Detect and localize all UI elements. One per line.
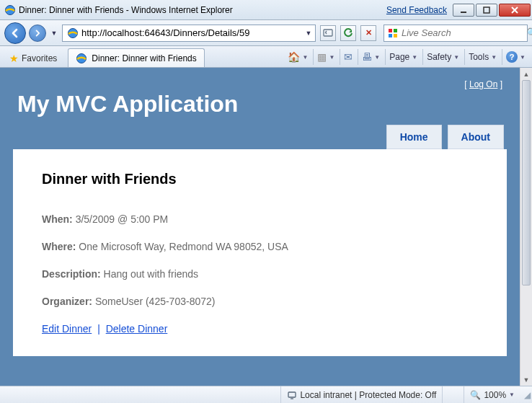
window-title: Dinner: Dinner with Friends - Windows In… (19, 5, 233, 15)
dinner-where: Where: One Microsoft Way, Redmond WA 980… (42, 241, 478, 252)
dinner-actions: Edit Dinner | Delete Dinner (42, 323, 478, 335)
compat-view-button[interactable] (320, 25, 336, 41)
live-search-icon (387, 27, 399, 39)
tab-command-bar: ★ Favorites Dinner: Dinner with Friends … (0, 46, 532, 68)
viewport: [ Log On ] My MVC Application Home About… (0, 68, 532, 386)
zone-cell[interactable]: Local intranet | Protected Mode: Off (280, 386, 442, 403)
svg-rect-6 (324, 30, 332, 36)
dinner-heading: Dinner with Friends (42, 171, 478, 187)
maximize-button[interactable] (476, 4, 497, 17)
send-feedback-link[interactable]: Send Feedback (386, 5, 447, 15)
dinner-when: When: 3/5/2009 @ 5:00 PM (42, 213, 478, 225)
address-bar[interactable]: ▼ (62, 25, 316, 42)
svg-rect-9 (389, 34, 392, 37)
page-menu[interactable]: Page▼ (385, 49, 421, 65)
home-icon: 🏠 (288, 51, 300, 63)
tab-title: Dinner: Dinner with Friends (92, 53, 196, 63)
print-icon: 🖶 (362, 51, 372, 63)
svg-rect-12 (288, 392, 296, 397)
zone-text: Local intranet | Protected Mode: Off (300, 390, 436, 400)
search-go-icon[interactable]: 🔍 (523, 27, 532, 38)
action-separator: | (94, 323, 103, 335)
zoom-value: 100% (484, 390, 506, 400)
star-icon: ★ (9, 53, 19, 64)
logon-link[interactable]: Log On (469, 79, 497, 89)
status-spacer-1 (442, 386, 464, 403)
nav-about[interactable]: About (448, 125, 504, 149)
vertical-scrollbar[interactable]: ▲ ▼ (520, 68, 532, 386)
intranet-icon (287, 390, 297, 400)
scroll-up-icon[interactable]: ▲ (520, 68, 532, 80)
edit-dinner-link[interactable]: Edit Dinner (42, 323, 92, 335)
address-dropdown[interactable]: ▼ (303, 25, 314, 42)
nav-home[interactable]: Home (386, 125, 442, 149)
url-input[interactable] (81, 26, 303, 40)
search-box[interactable]: 🔍 (384, 25, 528, 42)
help-button[interactable]: ?▼ (502, 49, 529, 65)
safety-menu[interactable]: Safety▼ (422, 49, 463, 65)
scroll-down-icon[interactable]: ▼ (520, 373, 532, 386)
help-icon: ? (506, 51, 518, 63)
svg-rect-7 (389, 29, 392, 32)
mail-icon: ✉ (344, 51, 353, 63)
minimize-button[interactable] (453, 4, 474, 17)
home-button[interactable]: 🏠▼ (284, 49, 311, 65)
web-page: [ Log On ] My MVC Application Home About… (0, 68, 520, 386)
back-button[interactable] (4, 22, 26, 44)
app-title: My MVC Application (13, 91, 507, 125)
stop-button[interactable]: ✕ (360, 25, 376, 41)
resize-grip[interactable]: ◢ (520, 390, 532, 400)
zoom-dropdown-icon[interactable]: ▼ (509, 391, 515, 398)
browser-tab[interactable]: Dinner: Dinner with Friends (68, 48, 205, 67)
svg-rect-8 (394, 29, 397, 32)
ie-favicon (4, 4, 16, 16)
logon-area: [ Log On ] (13, 76, 507, 91)
scroll-thumb[interactable] (522, 80, 531, 285)
svg-rect-2 (484, 7, 489, 13)
tools-menu[interactable]: Tools▼ (464, 49, 500, 65)
delete-dinner-link[interactable]: Delete Dinner (106, 323, 168, 335)
dinner-organizer: Organizer: SomeUser (425-703-8072) (42, 296, 478, 307)
forward-button[interactable] (29, 25, 46, 42)
main-content: Dinner with Friends When: 3/5/2009 @ 5:0… (13, 149, 507, 356)
favorites-label: Favorites (22, 53, 57, 63)
feeds-button[interactable]: ▩▼ (313, 49, 338, 65)
favorites-button[interactable]: ★ Favorites (3, 50, 63, 67)
nav-history-dropdown[interactable]: ▼ (49, 25, 59, 42)
title-bar: Dinner: Dinner with Friends - Windows In… (0, 0, 532, 20)
tab-favicon (76, 53, 87, 64)
search-input[interactable] (402, 27, 523, 38)
status-bar: Local intranet | Protected Mode: Off 🔍 1… (0, 386, 532, 403)
print-button[interactable]: 🖶▼ (358, 49, 384, 65)
refresh-button[interactable] (340, 25, 356, 41)
navigation-bar: ▼ ▼ ✕ 🔍 (0, 20, 532, 46)
rss-icon: ▩ (317, 51, 327, 63)
svg-rect-10 (394, 34, 397, 37)
page-favicon (67, 27, 79, 39)
zoom-control[interactable]: 🔍 100% ▼ (464, 386, 520, 403)
zoom-icon: 🔍 (470, 390, 481, 400)
read-mail-button[interactable]: ✉ (340, 49, 356, 65)
dinner-description: Description: Hang out with friends (42, 268, 478, 280)
close-button[interactable] (499, 4, 531, 17)
